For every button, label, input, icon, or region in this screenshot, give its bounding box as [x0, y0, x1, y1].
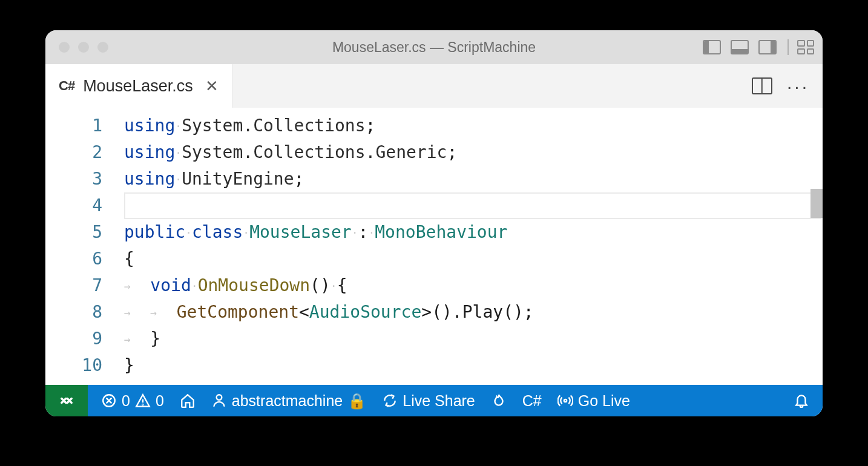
code-line: → void·OnMouseDown()·{ [124, 272, 823, 299]
minimize-window-button[interactable] [78, 42, 89, 53]
scroll-thumb[interactable] [810, 189, 823, 218]
editor-actions: ··· [752, 64, 823, 108]
share-icon [382, 393, 398, 409]
code-line: using·UnityEngine; [124, 166, 823, 192]
line-number: 4 [45, 192, 102, 219]
close-window-button[interactable] [59, 42, 70, 53]
code-editor[interactable]: 1 2 3 4 5 6 7 8 9 10 using·System.Collec… [45, 108, 823, 385]
toggle-secondary-sidebar-icon[interactable] [758, 40, 777, 54]
code-line [124, 192, 823, 219]
line-number: 8 [45, 299, 102, 326]
line-number: 6 [45, 246, 102, 272]
home-button[interactable] [180, 393, 196, 409]
broadcast-icon [557, 393, 573, 409]
remote-icon [58, 392, 75, 409]
line-number: 7 [45, 272, 102, 299]
code-line: using·System.Collections.Generic; [124, 139, 823, 166]
line-number: 5 [45, 219, 102, 246]
layout-controls [700, 39, 814, 55]
line-number: 3 [45, 166, 102, 192]
flame-button[interactable] [491, 393, 507, 409]
customize-layout-icon[interactable] [797, 40, 814, 54]
status-bar-main: 0 0 abstractmachine 🔒 Live Share C# [88, 385, 823, 416]
golive-label: Go Live [578, 392, 630, 410]
problems-button[interactable]: 0 0 [101, 392, 164, 410]
lock-icon: 🔒 [347, 392, 366, 410]
home-icon [180, 393, 196, 409]
error-icon [101, 393, 117, 409]
tab-bar: C# MouseLaser.cs ✕ ··· [45, 64, 823, 108]
more-actions-icon[interactable]: ··· [787, 82, 809, 91]
csharp-file-icon: C# [59, 78, 74, 94]
toggle-panel-icon[interactable] [731, 40, 749, 54]
golive-button[interactable]: Go Live [557, 392, 630, 410]
tab-filename: MouseLaser.cs [83, 77, 193, 96]
person-icon [211, 393, 227, 409]
account-name: abstractmachine [232, 392, 343, 410]
titlebar: MouseLaser.cs — ScriptMachine [45, 30, 823, 64]
code-line: using·System.Collections; [124, 113, 823, 139]
language-mode-button[interactable]: C# [522, 392, 542, 410]
toggle-primary-sidebar-icon[interactable] [703, 40, 721, 54]
line-number: 2 [45, 139, 102, 166]
line-number: 10 [45, 352, 102, 379]
notifications-button[interactable] [794, 393, 809, 409]
code-line: { [124, 246, 823, 272]
close-tab-icon[interactable]: ✕ [205, 77, 219, 96]
svg-point-2 [142, 404, 143, 405]
warning-icon [135, 393, 151, 409]
split-editor-icon[interactable] [752, 77, 772, 94]
line-number-gutter: 1 2 3 4 5 6 7 8 9 10 [45, 108, 124, 385]
remote-button[interactable] [45, 385, 88, 416]
separator [787, 39, 789, 55]
code-line: public·class·MouseLaser·:·MonoBehaviour [124, 219, 823, 246]
overview-ruler[interactable] [810, 108, 823, 385]
editor-tab-active[interactable]: C# MouseLaser.cs ✕ [45, 64, 232, 108]
liveshare-button[interactable]: Live Share [382, 392, 475, 410]
line-number: 9 [45, 326, 102, 352]
vscode-window: MouseLaser.cs — ScriptMachine C# MouseLa… [45, 30, 823, 416]
code-line: → } [124, 326, 823, 352]
window-controls [59, 42, 108, 53]
code-line: } [124, 352, 823, 379]
code-area[interactable]: using·System.Collections; using·System.C… [124, 108, 823, 385]
svg-point-4 [564, 399, 567, 402]
svg-point-3 [216, 395, 222, 400]
maximize-window-button[interactable] [97, 42, 108, 53]
line-number: 1 [45, 113, 102, 139]
liveshare-label: Live Share [403, 392, 475, 410]
code-line: → → GetComponent<AudioSource>().Play(); [124, 299, 823, 326]
warning-count: 0 [156, 392, 164, 410]
account-button[interactable]: abstractmachine 🔒 [211, 392, 366, 410]
language-label: C# [522, 392, 542, 410]
bell-icon [794, 393, 809, 409]
status-bar: 0 0 abstractmachine 🔒 Live Share C# [45, 385, 823, 416]
error-count: 0 [122, 392, 130, 410]
flame-icon [491, 393, 507, 409]
